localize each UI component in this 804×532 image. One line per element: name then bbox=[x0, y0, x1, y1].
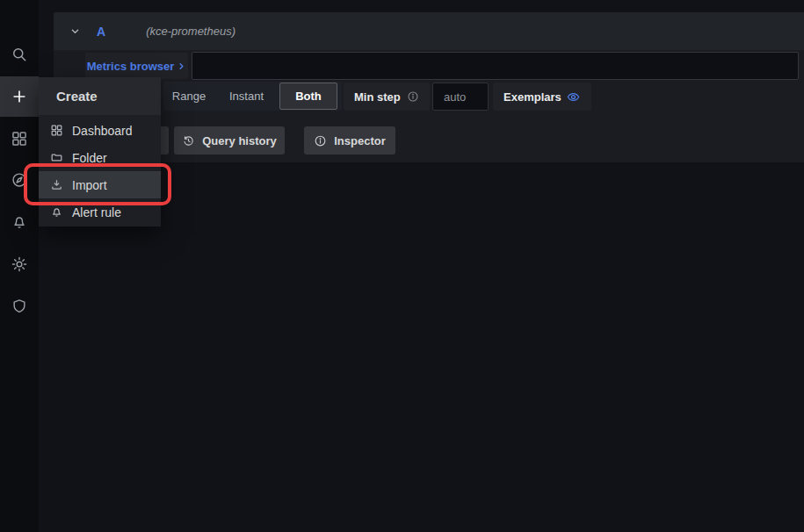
metrics-browser-button[interactable]: Metrics browser bbox=[85, 53, 188, 79]
create-menu: Create Dashboard Folder Import Alert rul… bbox=[39, 77, 161, 226]
sidebar-item-server-admin[interactable] bbox=[0, 291, 39, 322]
hidden-button-fragment bbox=[161, 126, 169, 155]
create-menu-header: Create bbox=[39, 77, 161, 115]
min-step-input[interactable] bbox=[432, 83, 489, 111]
menu-item-folder[interactable]: Folder bbox=[39, 144, 161, 171]
grafana-explore-page: A (kce-prometheus) Metrics browser Range… bbox=[0, 0, 804, 532]
bell-icon bbox=[50, 205, 63, 219]
sidebar-item-configuration[interactable] bbox=[0, 248, 39, 280]
query-ref-id: A bbox=[97, 25, 105, 39]
info-icon bbox=[314, 134, 327, 147]
import-icon bbox=[50, 178, 63, 191]
apps-icon bbox=[50, 124, 63, 137]
datasource-hint: (kce-prometheus) bbox=[146, 25, 235, 38]
menu-item-label: Alert rule bbox=[72, 205, 121, 219]
query-history-label: Query history bbox=[202, 134, 277, 147]
search-icon bbox=[11, 46, 28, 63]
query-header-row[interactable]: A (kce-prometheus) bbox=[54, 12, 804, 50]
sidebar-item-alerting[interactable] bbox=[0, 206, 39, 238]
query-editor-panel: A (kce-prometheus) Metrics browser Range… bbox=[54, 12, 804, 162]
query-options-row: Range Instant Both Min step Exemplars bbox=[54, 82, 804, 111]
gear-icon bbox=[11, 255, 28, 273]
menu-item-label: Import bbox=[72, 178, 107, 192]
nav-sidebar bbox=[0, 0, 39, 532]
query-type-radio-group: Range Instant Both bbox=[163, 82, 342, 111]
create-menu-title: Create bbox=[56, 89, 98, 104]
history-icon bbox=[182, 134, 195, 147]
query-type-both[interactable]: Both bbox=[279, 83, 337, 110]
min-step-label: Min step bbox=[354, 90, 401, 104]
min-step-box: Min step bbox=[344, 83, 430, 111]
eye-icon[interactable] bbox=[566, 90, 581, 104]
folder-icon bbox=[50, 151, 63, 164]
menu-item-dashboard[interactable]: Dashboard bbox=[39, 117, 161, 144]
create-menu-items: Dashboard Folder Import Alert rule bbox=[39, 115, 161, 226]
plus-icon bbox=[11, 88, 28, 105]
info-icon[interactable] bbox=[407, 90, 419, 103]
sidebar-item-dashboards[interactable] bbox=[0, 123, 39, 155]
apps-icon bbox=[11, 130, 28, 147]
menu-item-label: Folder bbox=[72, 151, 107, 165]
compass-icon bbox=[11, 171, 28, 189]
sidebar-item-search[interactable] bbox=[0, 39, 39, 70]
query-type-range[interactable]: Range bbox=[163, 82, 214, 111]
exemplars-box: Exemplars bbox=[493, 83, 591, 111]
exemplars-label: Exemplars bbox=[503, 90, 561, 104]
query-expression-input[interactable] bbox=[192, 52, 799, 80]
query-toolbar-row: Query history Inspector bbox=[54, 126, 804, 155]
menu-item-alert-rule[interactable]: Alert rule bbox=[39, 198, 161, 226]
query-history-button[interactable]: Query history bbox=[174, 126, 285, 155]
sidebar-item-create[interactable] bbox=[0, 76, 39, 117]
bell-icon bbox=[11, 213, 28, 231]
menu-item-import[interactable]: Import bbox=[39, 171, 161, 198]
chevron-down-icon[interactable] bbox=[69, 25, 82, 38]
sidebar-item-explore[interactable] bbox=[0, 164, 39, 196]
query-type-instant[interactable]: Instant bbox=[214, 82, 279, 111]
metrics-browser-label: Metrics browser bbox=[87, 60, 175, 73]
shield-icon bbox=[11, 298, 28, 315]
chevron-right-icon bbox=[177, 61, 186, 71]
menu-item-label: Dashboard bbox=[72, 124, 133, 138]
inspector-button[interactable]: Inspector bbox=[304, 126, 395, 155]
inspector-label: Inspector bbox=[334, 134, 386, 147]
